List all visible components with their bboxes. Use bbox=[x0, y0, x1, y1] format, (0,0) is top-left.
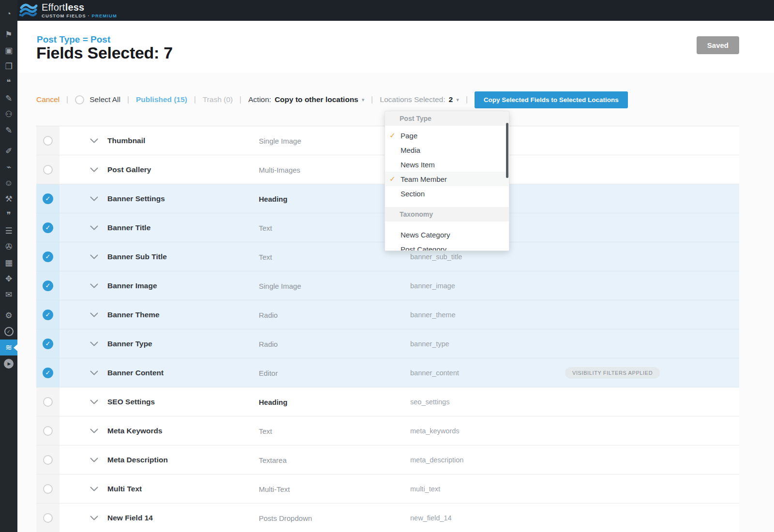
select-all-link[interactable]: Select All bbox=[89, 95, 120, 104]
row-select-cell[interactable] bbox=[36, 387, 60, 416]
expand-chevron-icon[interactable] bbox=[90, 283, 98, 289]
expand-chevron-icon[interactable] bbox=[90, 370, 98, 376]
unchecked-circle-icon[interactable] bbox=[43, 397, 53, 407]
expand-chevron-icon[interactable] bbox=[90, 254, 98, 260]
sidebar-item-pages[interactable]: ❐ bbox=[0, 59, 17, 74]
sidebar-item-brush[interactable]: ✐ bbox=[0, 143, 17, 159]
row-body[interactable]: Banner ContentEditorbanner_contentVISIBI… bbox=[60, 358, 739, 387]
dropdown-option[interactable]: Section bbox=[385, 186, 509, 201]
sidebar-item-comments[interactable]: ❝ bbox=[0, 74, 17, 90]
row-body[interactable]: Banner ImageSingle Imagebanner_image bbox=[60, 271, 739, 300]
row-body[interactable]: Banner ThemeRadiobanner_theme bbox=[60, 300, 739, 329]
checked-circle-icon[interactable]: ✓ bbox=[43, 222, 53, 233]
dropdown-scrollbar-thumb[interactable] bbox=[506, 123, 508, 178]
sidebar-item-mail[interactable]: ✉ bbox=[0, 287, 17, 303]
dropdown-option[interactable]: ✓Team Member bbox=[385, 172, 509, 186]
expand-chevron-icon[interactable] bbox=[90, 138, 98, 144]
locations-dropdown-toggle[interactable]: Locations Selected: 2 ▾ bbox=[380, 95, 459, 104]
dropdown-option[interactable]: Media bbox=[385, 143, 509, 157]
unchecked-circle-icon[interactable] bbox=[43, 484, 53, 494]
field-row[interactable]: Multi TextMulti-Textmulti_text bbox=[36, 474, 739, 503]
unchecked-circle-icon[interactable] bbox=[43, 426, 53, 436]
sidebar-item-play-circle[interactable]: ▶ bbox=[0, 355, 17, 371]
unchecked-circle-icon[interactable] bbox=[43, 165, 53, 175]
row-select-cell[interactable] bbox=[36, 155, 60, 184]
sidebar-item-check-circle[interactable]: ✓ bbox=[0, 324, 17, 340]
sidebar-item-move[interactable]: ✥ bbox=[0, 271, 17, 287]
dropdown-option[interactable]: Post Category bbox=[385, 242, 509, 251]
checked-circle-icon[interactable]: ✓ bbox=[43, 310, 53, 320]
sidebar-item-chat[interactable]: ❞ bbox=[0, 207, 17, 223]
sidebar-item-edit-alt[interactable]: ✎ bbox=[0, 122, 17, 138]
row-body[interactable]: Multi TextMulti-Textmulti_text bbox=[60, 474, 739, 503]
sidebar-item-effortless-wave[interactable]: ≋ bbox=[0, 340, 17, 355]
field-row[interactable]: ✓Banner ThemeRadiobanner_theme bbox=[36, 300, 739, 329]
sidebar-item-pin-posts[interactable]: ⚑ bbox=[0, 27, 17, 43]
row-select-cell[interactable]: ✓ bbox=[36, 300, 60, 329]
checked-circle-icon[interactable]: ✓ bbox=[43, 339, 53, 349]
expand-chevron-icon[interactable] bbox=[90, 399, 98, 405]
row-body[interactable]: Meta DescriptionTextareameta_description bbox=[60, 445, 739, 474]
brand-logo[interactable]: Effortless CUSTOM FIELDS · PREMIUM bbox=[18, 2, 117, 18]
checked-circle-icon[interactable]: ✓ bbox=[43, 193, 53, 204]
row-body[interactable]: New Field 14Posts Dropdownnew_field_14 bbox=[60, 503, 739, 532]
field-row[interactable]: ✓Banner ContentEditorbanner_contentVISIB… bbox=[36, 358, 739, 387]
sidebar-item-dashboard[interactable]: ◔ bbox=[0, 6, 17, 22]
row-body[interactable]: SEO SettingsHeadingseo_settings bbox=[60, 387, 739, 416]
field-row[interactable]: Meta KeywordsTextmeta_keywords bbox=[36, 416, 739, 445]
dropdown-option[interactable]: ✓Page bbox=[385, 128, 509, 143]
unchecked-circle-icon[interactable] bbox=[43, 455, 53, 465]
row-select-cell[interactable]: ✓ bbox=[36, 184, 60, 213]
expand-chevron-icon[interactable] bbox=[90, 225, 98, 231]
sidebar-item-media[interactable]: ▣ bbox=[0, 43, 17, 59]
sidebar-item-settings-gear[interactable]: ⚙ bbox=[0, 308, 17, 324]
row-select-cell[interactable] bbox=[36, 445, 60, 474]
row-select-cell[interactable] bbox=[36, 474, 60, 503]
row-select-cell[interactable]: ✓ bbox=[36, 271, 60, 300]
sidebar-item-users[interactable]: ☺ bbox=[0, 175, 17, 191]
sidebar-item-tools-wrench[interactable]: ⚒ bbox=[0, 191, 17, 207]
cancel-link[interactable]: Cancel bbox=[36, 95, 60, 104]
row-select-cell[interactable]: ✓ bbox=[36, 242, 60, 271]
published-filter[interactable]: Published (15) bbox=[136, 95, 187, 104]
select-all-radio[interactable] bbox=[75, 95, 84, 104]
checked-circle-icon[interactable]: ✓ bbox=[43, 251, 53, 262]
sidebar-item-edit[interactable]: ✎ bbox=[0, 90, 17, 106]
expand-chevron-icon[interactable] bbox=[90, 196, 98, 202]
unchecked-circle-icon[interactable] bbox=[43, 136, 53, 146]
field-row[interactable]: Meta DescriptionTextareameta_description bbox=[36, 445, 739, 474]
checked-circle-icon[interactable]: ✓ bbox=[43, 281, 53, 291]
field-row[interactable]: ✓Banner TypeRadiobanner_type bbox=[36, 329, 739, 358]
expand-chevron-icon[interactable] bbox=[90, 167, 98, 173]
action-dropdown[interactable]: Action: Copy to other locations ▾ bbox=[248, 95, 364, 104]
expand-chevron-icon[interactable] bbox=[90, 458, 98, 463]
expand-chevron-icon[interactable] bbox=[90, 516, 98, 521]
row-select-cell[interactable] bbox=[36, 503, 60, 532]
row-body[interactable]: Meta KeywordsTextmeta_keywords bbox=[60, 416, 739, 445]
row-select-cell[interactable]: ✓ bbox=[36, 358, 60, 387]
sidebar-item-table[interactable]: ▦ bbox=[0, 255, 17, 271]
sidebar-item-video-reel[interactable]: ✇ bbox=[0, 239, 17, 255]
field-row[interactable]: ✓Banner ImageSingle Imagebanner_image bbox=[36, 271, 739, 300]
copy-fields-button[interactable]: Copy Selected Fields to Selected Locatio… bbox=[475, 91, 628, 108]
expand-chevron-icon[interactable] bbox=[90, 341, 98, 347]
row-body[interactable]: Banner TypeRadiobanner_type bbox=[60, 329, 739, 358]
row-select-cell[interactable] bbox=[36, 416, 60, 445]
row-select-cell[interactable]: ✓ bbox=[36, 329, 60, 358]
field-row[interactable]: New Field 14Posts Dropdownnew_field_14 bbox=[36, 503, 739, 532]
expand-chevron-icon[interactable] bbox=[90, 487, 98, 492]
trash-filter[interactable]: Trash (0) bbox=[203, 95, 233, 104]
expand-chevron-icon[interactable] bbox=[90, 312, 98, 318]
saved-button[interactable]: Saved bbox=[697, 36, 739, 54]
dropdown-option[interactable]: News Category bbox=[385, 227, 509, 242]
unchecked-circle-icon[interactable] bbox=[43, 513, 53, 523]
dropdown-option[interactable]: News Item bbox=[385, 157, 509, 172]
sidebar-item-team[interactable]: ⚇ bbox=[0, 106, 17, 122]
row-select-cell[interactable]: ✓ bbox=[36, 213, 60, 242]
row-select-cell[interactable] bbox=[36, 126, 60, 155]
sidebar-item-plugins[interactable]: ⌁ bbox=[0, 159, 17, 175]
checked-circle-icon[interactable]: ✓ bbox=[43, 368, 53, 378]
field-row[interactable]: SEO SettingsHeadingseo_settings bbox=[36, 387, 739, 416]
expand-chevron-icon[interactable] bbox=[90, 429, 98, 434]
sidebar-item-preferences[interactable]: ☰ bbox=[0, 223, 17, 239]
